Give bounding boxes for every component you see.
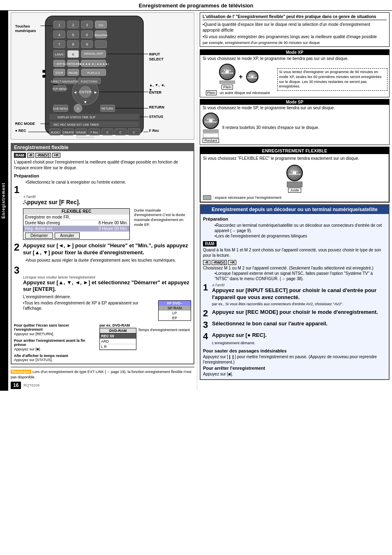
step-3-main: Appuyez sur [▲, ▼, ◄, ►] et sélectionnez… xyxy=(23,279,191,293)
info-box-title: L'utilisation de l' "Enregistrement flex… xyxy=(203,14,387,20)
svg-text:|◄◄ ►► ►| ◄◄ ►►|: |◄◄ ►► ►| ◄◄ ►►| xyxy=(78,62,109,66)
svg-text:RETURN: RETURN xyxy=(101,107,113,110)
dvd-lr-row: L R xyxy=(100,344,136,350)
step-3-bullet: •Tous les modes d'enregistrement de XP à… xyxy=(23,300,157,311)
annuler-btn[interactable]: Annuler xyxy=(55,233,79,239)
flex-section-title: Enregistrement flexible xyxy=(12,144,194,151)
dvd-ram-header: DVD-RAM xyxy=(100,328,136,334)
r-step-3: 3 Sélectionnez le bon canal sur l'autre … xyxy=(203,320,386,329)
autre-disc-line: Plein un autre disque est nécessaire xyxy=(206,90,272,95)
svg-text:ENTER: ENTER xyxy=(79,90,92,94)
flex-section-right: ENREGISTREMENT FLEXIBLE Si vous choisiss… xyxy=(200,147,390,203)
svg-text:F Rec: F Rec xyxy=(149,129,159,133)
r-step-2: 2 Appuyez sur [REC MODE] pour choisir le… xyxy=(203,309,386,318)
restant-label: Restant xyxy=(203,138,219,143)
intro-text: L'appareil choisit pour l'enregistrement… xyxy=(14,159,191,171)
stop-text: Appuyez sur [■]. xyxy=(14,347,96,352)
flex-disc-area: 4,7 GoDVD-RAM Juste xyxy=(201,165,389,193)
prep-text: •Sélectionnez le canal à enregistrer ou … xyxy=(25,180,191,185)
right-column: L'utilisation de l' "Enregistrement flex… xyxy=(197,11,392,391)
r-step-4-detail: L'enregistrement démarre. xyxy=(212,341,386,346)
flex-section-right-title: ENREGISTREMENT FLEXIBLE xyxy=(201,147,389,154)
mode-sp-intro: Si vous choisissez le mode SP, le progra… xyxy=(200,105,389,111)
s2-prep-bullet-1: •Raccordez un terminal numérique/satelli… xyxy=(214,223,386,233)
svg-text:SELECT: SELECT xyxy=(149,57,164,61)
r-bullet: •Lorsque l'appareil externe émet un sign… xyxy=(214,271,386,281)
svg-text:S: S xyxy=(77,107,79,111)
afin-text: Appuyez sur [STATUS]. xyxy=(14,358,96,362)
svg-rect-23 xyxy=(95,41,107,48)
remarque-box: Remarque Lors d'un enregistrement de typ… xyxy=(11,367,194,380)
badge-plus-r: +R xyxy=(52,153,60,158)
ram-section: RAM Quand à la fois M 1 et M 2 sont choi… xyxy=(203,240,386,258)
sauter-title: Pour sauter des passages indésirables xyxy=(203,348,386,353)
svg-text:2: 2 xyxy=(72,23,74,27)
svg-text:6: 6 xyxy=(86,33,88,37)
badge-r: -R xyxy=(27,153,35,158)
sidebar-labels: Enregistrement FRANÇAIS xyxy=(0,11,8,391)
flex-rec-row1: Enregistrer en mode FR. xyxy=(23,214,129,220)
remarque-label: Remarque xyxy=(11,370,31,374)
prep-label: Préparation xyxy=(14,173,191,178)
svg-text:◄: ◄ xyxy=(73,90,77,94)
svg-text:9: 9 xyxy=(86,42,88,46)
sp-disc: 4,7 GoDVD-RAM xyxy=(203,113,219,129)
svg-text:5: 5 xyxy=(72,33,74,37)
arreter-title: Pour arrêter l'enregistrement xyxy=(203,366,386,371)
flex-section-intro: Si vous choisissez "FLEXIBLE REC" le pro… xyxy=(201,154,389,163)
demarrer-btn[interactable]: Démarrer xyxy=(25,233,53,239)
flex-rec-row3: Rég. durée enr. 8 Heure 00 Min. xyxy=(23,226,129,231)
xp-discs: 4,7 GoDVD-RAM Plein + 4,7 GoDVD-RAM xyxy=(200,62,389,97)
r-text: Choisissez M 1 ou M 2 sur l'appareil con… xyxy=(203,265,386,271)
sauter-section: Pour sauter des passages indésirables Ap… xyxy=(203,348,386,377)
svg-text:TOP MENU: TOP MENU xyxy=(52,88,67,90)
svg-text:DISPLAY  STATUS  TIME SLIP: DISPLAY STATUS TIME SLIP xyxy=(58,116,96,119)
legend-text: : espace nécessaire pour l'enregistremen… xyxy=(213,196,281,200)
r-badge: -R xyxy=(203,260,210,265)
flex-disc: 4,7 GoDVD-RAM xyxy=(286,165,303,181)
svg-text:STATUS: STATUS xyxy=(149,115,163,119)
par-ex-label: par ex. DVD-RAM xyxy=(99,323,190,327)
disc-2: 4,7 GoDVD-RAM xyxy=(246,71,258,83)
svg-text:Touches: Touches xyxy=(15,24,30,28)
svg-text:ShowView: ShowView xyxy=(94,34,108,37)
svg-text:FUNCTIONS: FUNCTIONS xyxy=(81,80,97,83)
step-1: 1 A l'arrêt Appuyez sur [F Rec]. FLEXIBL… xyxy=(14,185,191,240)
svg-text:4: 4 xyxy=(58,33,60,37)
mode-sp: Mode SP Si vous choisissez le mode SP, l… xyxy=(200,99,390,145)
r-step-1: 1 A l'arrêt Appuyez sur [INPUT SELECT] p… xyxy=(203,283,386,306)
svg-text:MANUAL SKIP: MANUAL SKIP xyxy=(84,52,103,55)
info-bullet-2: •Si vous souhaitez enregistrer des progr… xyxy=(203,34,387,40)
flex-rec-box: FLEXIBLE REC Enregistrer en mode FR. Dur… xyxy=(23,208,130,240)
lp-row: LP xyxy=(159,311,191,315)
svg-text:3: 3 xyxy=(86,23,88,27)
quit-box: Pour quitter l'écran sans lancer l'enreg… xyxy=(14,323,96,362)
mode-xp-intro: Si vous choisissez le mode XP, le progra… xyxy=(200,55,389,62)
svg-text:■: ■ xyxy=(42,68,45,74)
flex-rec-buttons: Démarrer Annuler xyxy=(23,231,129,240)
step-2: 2 Appuyez sur [◄, ►] pour choisir "Heure… xyxy=(14,242,191,263)
dvd-rec-row: REC 59 xyxy=(100,334,136,339)
juste-label: Juste xyxy=(288,188,301,193)
section2-title: Enregistrement depuis un décodeur ou un … xyxy=(201,205,389,214)
svg-text:▲, ▼, ◄,: ▲, ▼, ◄, xyxy=(149,83,165,87)
xp-annotation: Si vous tentez d'enregistrer un programm… xyxy=(277,68,387,91)
badge-ram: RAM xyxy=(14,153,26,158)
svg-text:C: C xyxy=(106,131,108,134)
xp-row: XP DVD– xyxy=(159,301,191,306)
step-2-number: 2 xyxy=(14,242,19,252)
svg-text:►: ► xyxy=(94,90,98,94)
time-note: Temps d'enregistrement restant xyxy=(138,328,190,333)
svg-text:● REC: ● REC xyxy=(15,129,26,133)
left-column: 1 2 3 CH 4 5 6 ShowView 7 8 xyxy=(8,11,197,391)
mode-sp-title: Mode SP xyxy=(200,99,389,105)
sp-note: Il restera toutefois 30 minutes d'espace… xyxy=(222,125,319,131)
svg-text:PAUSE: PAUSE xyxy=(68,71,78,74)
r-step-1-context: A l'arrêt xyxy=(212,283,386,287)
svg-text:RETURN: RETURN xyxy=(149,105,164,109)
step-3-number: 3 xyxy=(14,265,19,275)
dvd-ard-row: ARD xyxy=(100,339,136,344)
legend: : espace nécessaire pour l'enregistremen… xyxy=(201,194,389,202)
legend-color xyxy=(203,195,211,200)
xp-left-discs: 4,7 GoDVD-RAM Plein + 4,7 GoDVD-RAM xyxy=(202,64,276,95)
